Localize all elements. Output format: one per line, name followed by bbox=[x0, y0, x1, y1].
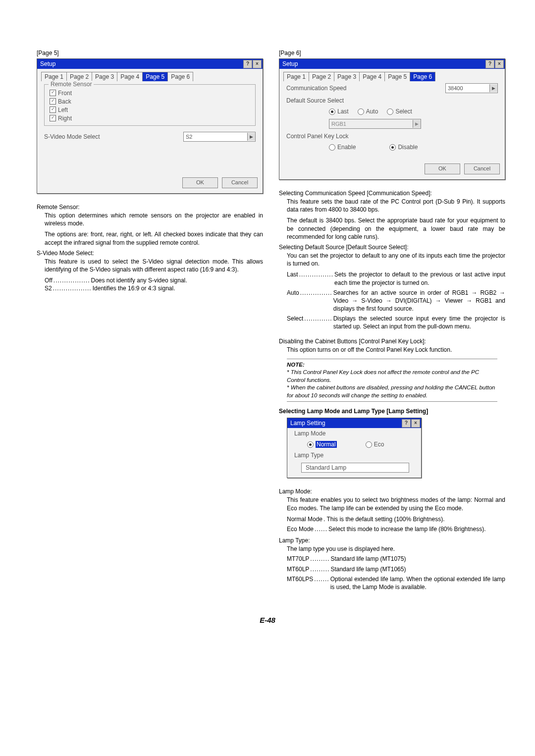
cancel-button[interactable]: Cancel bbox=[222, 177, 258, 188]
def-mt70lp: MT70LP .........Standard life lamp (MT10… bbox=[287, 555, 505, 563]
tab2-page4[interactable]: Page 4 bbox=[359, 72, 385, 81]
lamp-mode-head: Lamp Mode: bbox=[279, 488, 505, 495]
close-icon[interactable]: × bbox=[411, 419, 420, 428]
def-mt60lps: MT60LPS .......Optional extended life la… bbox=[287, 575, 505, 591]
def-last: Last ................Sets the projector … bbox=[287, 270, 505, 286]
def-mt60lp: MT60LP .........Standard life lamp (MT10… bbox=[287, 565, 505, 573]
remote-sensor-p1: This option determines which remote sens… bbox=[45, 212, 263, 227]
lamp-title-bar: Lamp Setting ? × bbox=[287, 418, 421, 428]
def-select: Select .............Displays the selecte… bbox=[287, 315, 505, 330]
lamp-type-label: Lamp Type bbox=[294, 452, 414, 459]
setup-dialog-p5: Setup ? × Page 1 Page 2 Page 3 Page 4 Pa… bbox=[37, 58, 263, 194]
lamp-setting-dialog: Lamp Setting ? × Lamp Mode Normal Eco La… bbox=[287, 418, 422, 478]
chevron-right-icon: ▶ bbox=[413, 120, 421, 128]
cplk-label: Control Panel Key Lock bbox=[286, 133, 498, 140]
setup-tabs-2: Page 1 Page 2 Page 3 Page 4 Page 5 Page … bbox=[279, 69, 505, 81]
setup-tabs: Page 1 Page 2 Page 3 Page 4 Page 5 Page … bbox=[37, 69, 263, 81]
comm-head: Selecting Communication Speed [Communica… bbox=[279, 190, 505, 197]
def-off: Off .................Does not identify a… bbox=[45, 276, 263, 284]
tab2-page6[interactable]: Page 6 bbox=[410, 72, 435, 81]
defsrc-p1: You can set the projector to default to … bbox=[287, 252, 505, 268]
right-column: [Page 6] Setup ? × Page 1 Page 2 Page 3 … bbox=[279, 50, 505, 591]
help-icon[interactable]: ? bbox=[485, 60, 494, 68]
lamp-mode-p1: This feature enables you to select two b… bbox=[287, 496, 505, 512]
setup-title-bar: Setup ? × bbox=[37, 59, 263, 69]
def-auto: Auto ...............Searches for an acti… bbox=[287, 289, 505, 313]
source-select: RGB1 ▶ bbox=[329, 119, 421, 129]
radio-last[interactable]: Last bbox=[329, 108, 349, 115]
setup-title-text: Setup bbox=[40, 59, 55, 69]
def-normal-mode: Normal Mode .This is the default setting… bbox=[287, 515, 505, 523]
check-left[interactable]: ✓Left bbox=[50, 106, 250, 114]
radio-normal[interactable]: Normal bbox=[307, 441, 337, 448]
remote-sensor-legend: Remote Sensor bbox=[49, 81, 94, 88]
svideo-label: S-Video Mode Select bbox=[44, 133, 183, 140]
comm-speed-label: Communication Speed bbox=[286, 85, 445, 92]
def-s2: S2 ..................Identifies the 16:9… bbox=[45, 284, 263, 292]
note-line2: * When the cabinet buttons are disabled,… bbox=[287, 384, 497, 399]
def-eco-mode: Eco Mode ......Select this mode to incre… bbox=[287, 525, 505, 533]
help-icon[interactable]: ? bbox=[402, 419, 411, 428]
tab2-page5[interactable]: Page 5 bbox=[384, 72, 410, 81]
left-column: [Page 5] Setup ? × Page 1 Page 2 Page 3 … bbox=[37, 50, 263, 591]
setup-title-text-2: Setup bbox=[282, 59, 298, 69]
tab-page1[interactable]: Page 1 bbox=[41, 72, 67, 81]
comm-p2: The default is 38400 bps. Select the app… bbox=[287, 216, 505, 241]
tab-page6[interactable]: Page 6 bbox=[167, 72, 193, 81]
tab-page3[interactable]: Page 3 bbox=[92, 72, 117, 81]
cancel-button-2[interactable]: Cancel bbox=[464, 163, 500, 174]
ok-button-2[interactable]: OK bbox=[425, 163, 460, 174]
lamp-title-text: Lamp Setting bbox=[290, 418, 325, 428]
lamp-mode-label: Lamp Mode bbox=[294, 430, 414, 437]
defsrc-head: Selecting Default Source [Default Source… bbox=[279, 244, 505, 251]
svideo-head: S-Video Mode Select: bbox=[37, 250, 263, 257]
lamp-type-head: Lamp Type: bbox=[279, 537, 505, 544]
setup-dialog-p6: Setup ? × Page 1 Page 2 Page 3 Page 4 Pa… bbox=[279, 58, 505, 180]
lamp-setting-head: Selecting Lamp Mode and Lamp Type [Lamp … bbox=[279, 408, 505, 415]
tab-page5[interactable]: Page 5 bbox=[142, 72, 168, 81]
radio-auto[interactable]: Auto bbox=[358, 108, 378, 115]
radio-select[interactable]: Select bbox=[387, 108, 412, 115]
radio-disable[interactable]: Disable bbox=[389, 144, 418, 151]
ok-button[interactable]: OK bbox=[182, 177, 218, 188]
setup-title-bar-2: Setup ? × bbox=[279, 59, 505, 69]
tab2-page1[interactable]: Page 1 bbox=[283, 72, 309, 81]
note-box: NOTE: * This Control Panel Key Lock does… bbox=[287, 359, 497, 402]
page6-label: [Page 6] bbox=[279, 50, 505, 56]
tab-page4[interactable]: Page 4 bbox=[117, 72, 143, 81]
check-back[interactable]: ✓Back bbox=[50, 97, 250, 106]
remote-sensor-head: Remote Sensor: bbox=[37, 204, 263, 211]
chevron-right-icon[interactable]: ▶ bbox=[247, 133, 255, 141]
default-source-label: Default Source Select bbox=[286, 97, 498, 104]
help-icon[interactable]: ? bbox=[243, 60, 252, 68]
svideo-p1: This feature is used to select the S-Vid… bbox=[45, 258, 263, 273]
radio-enable[interactable]: Enable bbox=[329, 144, 356, 151]
check-right[interactable]: ✓Right bbox=[50, 114, 250, 122]
page-number: E-48 bbox=[0, 611, 535, 639]
tab-page2[interactable]: Page 2 bbox=[66, 72, 92, 81]
tab2-page3[interactable]: Page 3 bbox=[334, 72, 360, 81]
cplk-p1: This option turns on or off the Control … bbox=[287, 346, 505, 354]
remote-sensor-group: Remote Sensor ✓Front ✓Back ✓Left ✓Right bbox=[44, 84, 256, 126]
lamp-type-p1: The lamp type you use is displayed here. bbox=[287, 545, 505, 553]
lamp-type-value: Standard Lamp bbox=[301, 463, 409, 473]
chevron-right-icon[interactable]: ▶ bbox=[489, 84, 497, 92]
svideo-select[interactable]: S2 ▶ bbox=[183, 132, 256, 142]
close-icon[interactable]: × bbox=[253, 60, 262, 68]
cplk-head: Disabling the Cabinet Buttons [Control P… bbox=[279, 338, 505, 345]
note-heading: NOTE: bbox=[287, 361, 497, 369]
tab2-page2[interactable]: Page 2 bbox=[309, 72, 334, 81]
remote-sensor-p2: The options are: front, rear, right, or … bbox=[45, 230, 263, 246]
comm-speed-select[interactable]: 38400 ▶ bbox=[445, 83, 498, 93]
comm-p1: This feature sets the baud rate of the P… bbox=[287, 198, 505, 214]
note-line1: * This Control Panel Key Lock does not a… bbox=[287, 369, 497, 384]
check-front[interactable]: ✓Front bbox=[50, 89, 250, 97]
radio-eco[interactable]: Eco bbox=[366, 441, 384, 448]
close-icon[interactable]: × bbox=[495, 60, 504, 68]
page5-label: [Page 5] bbox=[37, 50, 263, 56]
